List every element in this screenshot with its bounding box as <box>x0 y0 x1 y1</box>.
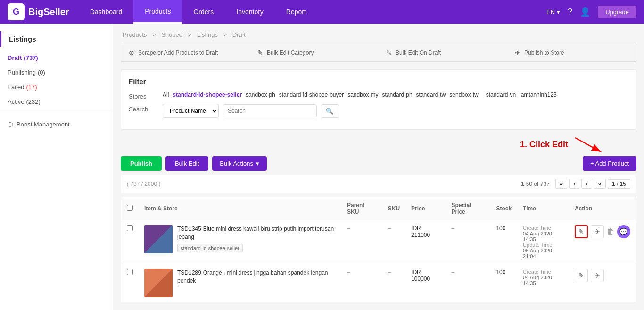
main-layout: Listings Draft (737) Publishing (0) Fail… <box>0 24 644 310</box>
nav-products[interactable]: Products <box>133 0 182 24</box>
sidebar-item-failed[interactable]: Failed (17) <box>0 80 113 94</box>
row1-item-info: TSD1345-Blue mini dress kawaii biru stri… <box>177 225 336 252</box>
nav-report[interactable]: Report <box>275 0 317 24</box>
last-page-button[interactable]: » <box>594 179 606 189</box>
step-publish-to-store[interactable]: ✈ Publish to Store <box>507 44 636 61</box>
store-lamtanninh123[interactable]: lamtanninh123 <box>520 92 557 98</box>
logo-icon: G <box>8 3 25 20</box>
store-links: All standard-id-shopee-seller sandbox-ph… <box>163 91 557 98</box>
bulk-actions-button[interactable]: Bulk Actions ▾ <box>212 156 267 171</box>
search-button[interactable]: 🔍 <box>321 104 339 118</box>
row1-item-store: TSD1345-Blue mini dress kawaii biru stri… <box>139 220 341 264</box>
row1-action: ✎ ✈ 🗑 💬 <box>569 220 636 264</box>
step-scrape-icon: ⊕ <box>129 49 134 57</box>
table-header: Item & Store Parent SKU SKU Price Specia… <box>121 197 636 220</box>
store-sendbox-tw[interactable]: sendbox-tw <box>449 92 478 98</box>
add-product-button[interactable]: + Add Product <box>583 156 636 171</box>
svg-line-1 <box>575 138 601 152</box>
filter-title: Filter <box>129 77 628 85</box>
edit-icon: ✎ <box>578 272 584 279</box>
store-standard-vn[interactable]: standard-vn <box>486 92 516 98</box>
click-edit-annotation: 1. Click Edit <box>121 135 636 154</box>
nav-orders[interactable]: Orders <box>182 0 225 24</box>
row1-chat-button[interactable]: 💬 <box>617 225 630 238</box>
store-standard-ph[interactable]: standard-ph <box>382 92 413 98</box>
row2-product-name: TSD1289-Orange . mini dress jingga bahan… <box>177 269 336 285</box>
store-sandbox-my[interactable]: sandbox-my <box>347 92 378 98</box>
search-icon: 🔍 <box>326 108 334 115</box>
boost-icon: ⬡ <box>8 121 13 128</box>
store-standard-tw[interactable]: standard-tw <box>416 92 446 98</box>
publish-button[interactable]: Publish <box>121 156 162 171</box>
sidebar-item-publishing[interactable]: Publishing (0) <box>0 65 113 80</box>
row2-parent-sku: – <box>341 264 382 302</box>
row2-time: Create Time 04 Aug 2020 14:35 <box>517 264 569 302</box>
logo-area[interactable]: G BigSeller <box>8 3 69 20</box>
row1-product-name: TSD1345-Blue mini dress kawaii biru stri… <box>177 225 336 241</box>
bulk-edit-button[interactable]: Bulk Edit <box>165 156 208 171</box>
row2-special-price: – <box>446 264 490 302</box>
sidebar-item-draft[interactable]: Draft (737) <box>0 50 113 65</box>
row1-delete-button[interactable]: 🗑 <box>607 227 614 236</box>
row2-publish-button[interactable]: ✈ <box>591 269 604 282</box>
step-bulk-edit-category[interactable]: ✎ Bulk Edit Category <box>250 44 379 61</box>
stores-label: Stores <box>129 91 157 100</box>
store-standard-id-shopee-buyer[interactable]: standard-id-shopee-buyer <box>279 92 344 98</box>
sidebar-item-active[interactable]: Active (232) <box>0 94 113 109</box>
table-row: TSD1289-Orange . mini dress jingga bahan… <box>121 264 636 302</box>
row1-checkbox[interactable] <box>127 225 133 231</box>
store-sandbox-ph[interactable]: sandbox-ph <box>246 92 275 98</box>
row2-sku: – <box>382 264 405 302</box>
step-publish-icon: ✈ <box>515 49 520 57</box>
first-page-button[interactable]: « <box>555 179 567 189</box>
search-type-select[interactable]: Product Name SKU Parent SKU <box>163 104 219 118</box>
step-bulk-edit-draft[interactable]: ✎ Bulk Edit On Draft <box>379 44 507 61</box>
row2-checkbox[interactable] <box>127 269 133 275</box>
row1-time: Create Time 04 Aug 2020 14:35 Update Tim… <box>517 220 569 264</box>
product-table: Item & Store Parent SKU SKU Price Specia… <box>121 197 636 302</box>
upgrade-button[interactable]: Upgrade <box>598 6 636 18</box>
search-filter-row: Search Product Name SKU Parent SKU 🔍 <box>129 104 628 118</box>
row2-edit-button[interactable]: ✎ <box>575 269 588 282</box>
row1-edit-button[interactable]: ✎ <box>575 225 588 238</box>
language-selector[interactable]: EN ▾ <box>546 8 560 16</box>
row1-publish-button[interactable]: ✈ <box>591 225 604 238</box>
th-checkbox <box>121 197 139 220</box>
row1-action-cell: ✎ ✈ 🗑 💬 <box>575 225 630 238</box>
table-row: TSD1345-Blue mini dress kawaii biru stri… <box>121 220 636 264</box>
sidebar-divider <box>0 113 113 113</box>
row2-price: IDR 100000 <box>405 264 446 302</box>
row2-stock: 100 <box>490 264 517 302</box>
publish-icon: ✈ <box>594 228 600 235</box>
pagination-bar: ( 737 / 2000 ) 1-50 of 737 « ‹ › » 1 / 1… <box>121 175 636 193</box>
bulk-actions-chevron-icon: ▾ <box>256 160 259 167</box>
nav-inventory[interactable]: Inventory <box>225 0 275 24</box>
chat-icon: 💬 <box>619 228 627 235</box>
sidebar-item-boost-management[interactable]: ⬡ Boost Management <box>0 117 113 132</box>
row2-item-info: TSD1289-Orange . mini dress jingga bahan… <box>177 269 336 288</box>
help-icon[interactable]: ? <box>568 7 572 17</box>
row2-product-image <box>144 269 173 297</box>
breadcrumb: Products > Shopee > Listings > Draft <box>121 31 636 38</box>
user-icon[interactable]: 👤 <box>580 7 590 17</box>
row2-checkbox-cell <box>121 264 139 302</box>
step-scrape[interactable]: ⊕ Scrape or Add Products to Draft <box>121 44 250 61</box>
row1-stock: 100 <box>490 220 517 264</box>
row2-action: ✎ ✈ <box>569 264 636 302</box>
prev-page-button[interactable]: ‹ <box>569 179 579 189</box>
row1-product-image <box>144 225 173 253</box>
nav-dashboard[interactable]: Dashboard <box>79 0 134 24</box>
row1-parent-sku: – <box>341 220 382 264</box>
row1-store-badge: standard-id-shopee-seller <box>177 244 243 252</box>
store-all[interactable]: All <box>163 92 169 98</box>
top-navigation: G BigSeller Dashboard Products Orders In… <box>0 0 644 24</box>
th-item-store: Item & Store <box>139 197 341 220</box>
next-page-button[interactable]: › <box>581 179 592 189</box>
edit-icon: ✎ <box>578 228 584 235</box>
table-body: TSD1345-Blue mini dress kawaii biru stri… <box>121 220 636 302</box>
select-all-checkbox[interactable] <box>127 205 133 211</box>
store-standard-id-shopee-seller[interactable]: standard-id-shopee-seller <box>173 92 242 98</box>
red-arrow-svg <box>570 135 608 154</box>
pagination-controls: 1-50 of 737 « ‹ › » 1 / 15 <box>521 179 630 189</box>
search-input[interactable] <box>223 104 317 117</box>
